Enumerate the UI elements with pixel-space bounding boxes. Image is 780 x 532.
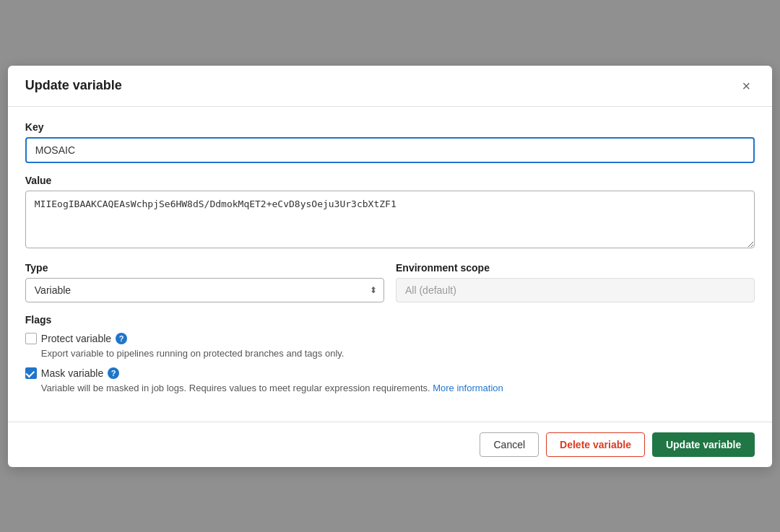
protect-label-row: Protect variable ? <box>25 333 755 344</box>
value-form-group: Value MIIEogIBAAKCAQEAsWchpjSe6HW8dS/Ddm… <box>25 175 755 250</box>
update-variable-modal: Update variable × Key Value MIIEogIBAAKC… <box>8 66 772 467</box>
mask-more-info-link[interactable]: More information <box>433 383 503 393</box>
type-col: Type Variable File ⬍ <box>25 262 384 302</box>
modal-title: Update variable <box>25 78 122 93</box>
protect-label-text: Protect variable <box>41 333 111 344</box>
type-env-row: Type Variable File ⬍ Environment scope A… <box>25 262 755 302</box>
key-label: Key <box>25 121 755 133</box>
env-scope-col: Environment scope All (default) <box>396 262 755 302</box>
close-button[interactable]: × <box>738 77 755 95</box>
flags-section: Flags Protect variable ? Export variable… <box>25 314 755 396</box>
env-scope-value: All (default) <box>396 278 755 302</box>
mask-label-row: Mask variable ? <box>25 367 755 379</box>
delete-button[interactable]: Delete variable <box>546 432 645 457</box>
mask-help-icon[interactable]: ? <box>108 367 119 379</box>
protect-help-icon[interactable]: ? <box>116 333 127 344</box>
type-select[interactable]: Variable File <box>25 278 384 302</box>
mask-description-text: Variable will be masked in job logs. Req… <box>41 383 430 393</box>
mask-description: Variable will be masked in job logs. Req… <box>41 381 755 396</box>
mask-label-text: Mask variable <box>41 367 103 379</box>
protect-variable-item: Protect variable ? Export variable to pi… <box>25 333 755 361</box>
key-input[interactable] <box>25 137 755 163</box>
modal-overlay: Update variable × Key Value MIIEogIBAAKC… <box>0 0 780 532</box>
modal-header: Update variable × <box>8 66 772 107</box>
update-button[interactable]: Update variable <box>652 432 755 457</box>
mask-checkbox[interactable] <box>25 367 37 379</box>
protect-description: Export variable to pipelines running on … <box>41 346 755 361</box>
value-label: Value <box>25 175 755 186</box>
protect-checkbox[interactable] <box>25 333 37 344</box>
value-textarea[interactable]: MIIEogIBAAKCAQEAsWchpjSe6HW8dS/DdmokMqET… <box>25 191 755 248</box>
modal-footer: Cancel Delete variable Update variable <box>8 422 772 467</box>
mask-variable-item: Mask variable ? Variable will be masked … <box>25 367 755 396</box>
env-scope-label: Environment scope <box>396 262 755 274</box>
key-form-group: Key <box>25 121 755 163</box>
type-select-wrapper: Variable File ⬍ <box>25 278 384 302</box>
flags-label: Flags <box>25 314 755 326</box>
type-label: Type <box>25 262 384 274</box>
modal-body: Key Value MIIEogIBAAKCAQEAsWchpjSe6HW8dS… <box>8 107 772 422</box>
cancel-button[interactable]: Cancel <box>480 432 539 457</box>
